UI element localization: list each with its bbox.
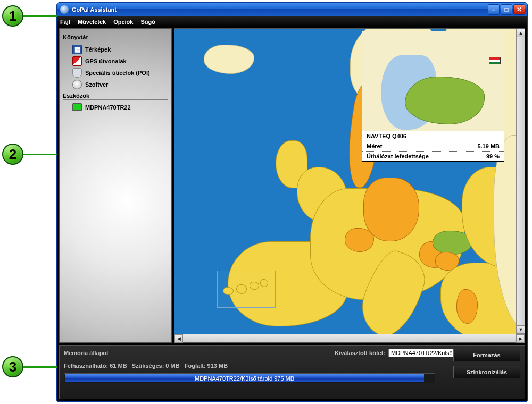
- used-label: Foglalt:: [185, 363, 206, 369]
- sidebar-item-maps[interactable]: ▦ Térképek: [62, 44, 169, 55]
- usable-value: 61 MB: [110, 363, 127, 369]
- scroll-up-button[interactable]: ▲: [517, 29, 525, 37]
- window-title: GoPal Assistant: [72, 6, 488, 13]
- scrollbar-horizontal[interactable]: ◀ ▶: [174, 334, 525, 342]
- sidebar-item-label: Speciális úticélok (POI): [85, 70, 150, 76]
- device-icon: [72, 103, 82, 111]
- annotation-line-3: [23, 366, 57, 368]
- info-coverage-label: Úthálózat lefedettsége: [367, 153, 429, 159]
- map-icon: ▦: [72, 45, 82, 54]
- needed-value: 0 MB: [165, 363, 179, 369]
- disc-icon: [72, 80, 82, 89]
- memory-progress-fill: MDPNA470TR22/Külső tároló 975 MB: [65, 374, 424, 382]
- app-window: GoPal Assistant – □ ✕ Fájl Műveletek Opc…: [56, 2, 528, 402]
- sidebar-item-gps[interactable]: GPS útvonalak: [62, 55, 169, 67]
- memory-progress: MDPNA470TR22/Külső tároló 975 MB: [64, 373, 435, 383]
- sidebar-section-library: Könyvtár: [63, 34, 168, 41]
- selected-volume-label: Kiválasztott kötet:: [335, 350, 385, 356]
- scroll-track-v[interactable]: [517, 37, 525, 325]
- sidebar-item-device[interactable]: MDPNA470TR22: [62, 102, 169, 112]
- scroll-right-button[interactable]: ▶: [516, 334, 525, 343]
- country-info-panel: NAVTEQ Q406 Méret 5.19 MB Úthálózat lefe…: [362, 31, 504, 162]
- needed-label: Szükséges:: [132, 363, 164, 369]
- canary-inset: [217, 271, 276, 308]
- map-panel: NAVTEQ Q406 Méret 5.19 MB Úthálózat lefe…: [174, 28, 525, 343]
- scroll-down-button[interactable]: ▼: [517, 325, 525, 334]
- client-area: Könyvtár ▦ Térképek GPS útvonalak Speciá…: [58, 27, 526, 400]
- info-coverage-value: 99 %: [486, 153, 500, 159]
- menu-ops[interactable]: Műveletek: [78, 19, 106, 25]
- titlebar[interactable]: GoPal Assistant – □ ✕: [57, 3, 527, 16]
- sidebar-item-label: MDPNA470TR22: [85, 104, 131, 111]
- route-icon: [72, 56, 82, 66]
- info-size-label: Méret: [367, 143, 382, 149]
- annotation-badge-1: 1: [2, 5, 23, 27]
- annotation-badge-3: 3: [2, 356, 23, 377]
- usable-label: Felhasználható:: [64, 363, 108, 369]
- format-button[interactable]: Formázás: [453, 349, 520, 361]
- info-size-value: 5.19 MB: [477, 143, 500, 149]
- poi-icon: [72, 68, 82, 78]
- minimize-button[interactable]: –: [488, 4, 500, 15]
- sidebar-item-label: Szoftver: [85, 81, 108, 88]
- used-value: 913 MB: [207, 363, 228, 369]
- sidebar-section-devices: Eszközök: [63, 92, 168, 100]
- info-provider: NAVTEQ Q406: [367, 133, 406, 139]
- map-canvas[interactable]: NAVTEQ Q406 Méret 5.19 MB Úthálózat lefe…: [174, 29, 516, 334]
- menubar: Fájl Műveletek Opciók Súgó: [57, 16, 527, 27]
- memory-header: Memória állapot: [64, 350, 192, 356]
- scroll-track-h[interactable]: [183, 334, 516, 342]
- sidebar-item-label: Térképek: [85, 46, 111, 53]
- flag-icon: [489, 57, 501, 64]
- scrollbar-vertical[interactable]: ▲ ▼: [516, 29, 525, 334]
- sync-button[interactable]: Szinkronizálás: [453, 366, 520, 378]
- annotation-line-2: [23, 154, 57, 155]
- scroll-left-button[interactable]: ◀: [174, 334, 183, 343]
- menu-help[interactable]: Súgó: [140, 19, 155, 25]
- menu-options[interactable]: Opciók: [113, 19, 133, 25]
- sidebar-item-software[interactable]: Szoftver: [62, 79, 169, 90]
- close-button[interactable]: ✕: [513, 4, 525, 15]
- annotation-line-1: [23, 15, 57, 17]
- status-panel: Memória állapot Kiválasztott kötet: MDPN…: [59, 345, 525, 399]
- maximize-button[interactable]: □: [501, 4, 512, 15]
- country-minimap: [362, 31, 504, 131]
- sidebar: Könyvtár ▦ Térképek GPS útvonalak Speciá…: [59, 28, 172, 343]
- sidebar-item-poi[interactable]: Speciális úticélok (POI): [62, 67, 169, 79]
- menu-file[interactable]: Fájl: [60, 19, 70, 25]
- app-icon: [60, 5, 69, 14]
- annotation-badge-2: 2: [2, 144, 23, 165]
- sidebar-item-label: GPS útvonalak: [85, 58, 127, 64]
